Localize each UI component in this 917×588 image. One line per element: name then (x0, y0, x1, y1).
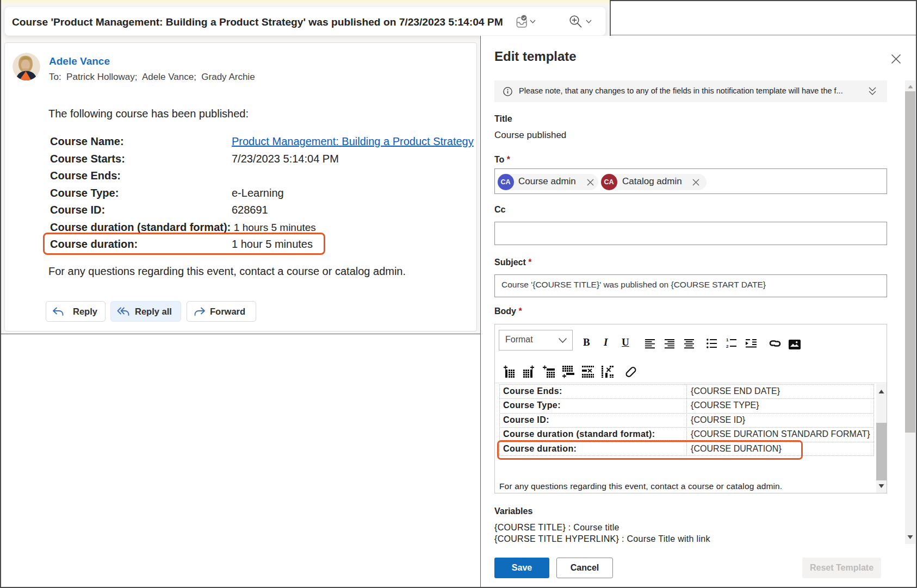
svg-text:2: 2 (726, 344, 729, 349)
svg-text:1: 1 (726, 337, 729, 342)
